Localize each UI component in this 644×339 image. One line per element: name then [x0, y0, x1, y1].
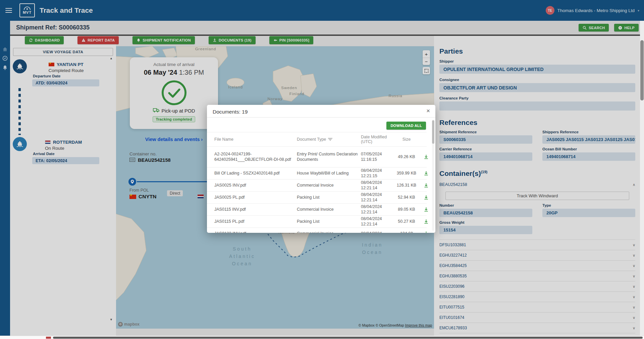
file-size: 50.27 KB: [396, 219, 417, 224]
page-vertical-scrollbar[interactable]: [640, 21, 644, 336]
download-icon[interactable]: [419, 219, 433, 224]
file-name[interactable]: JAS0123 INV.pdf: [214, 231, 295, 233]
download-icon[interactable]: [419, 171, 433, 176]
documents-table: File Name Document Type Date Modified (U…: [207, 132, 427, 233]
scrollbar-thumb[interactable]: [53, 337, 643, 339]
document-type: Packing List: [297, 219, 359, 224]
date-modified: 08/04/2024 12:21:14: [361, 180, 394, 191]
file-size: 49.26 KB: [396, 154, 417, 160]
file-size: 359.99 KB: [396, 171, 417, 176]
table-row: JAS0115 INV.pdf Commercial Invoice 08/04…: [207, 204, 427, 216]
col-file-name[interactable]: File Name: [214, 137, 295, 142]
document-type: Commercial Invoice: [297, 231, 359, 233]
file-size: 124.69: [396, 231, 417, 233]
scrollbar-marker: [46, 337, 51, 339]
file-name[interactable]: A2-2024-00247199-6424025941___OBJECTFLOR…: [214, 152, 295, 162]
download-icon[interactable]: [419, 183, 433, 188]
file-size: 89.05 KB: [396, 207, 417, 212]
page-horizontal-scrollbar[interactable]: [0, 336, 644, 339]
col-size[interactable]: Size: [396, 137, 417, 142]
table-row: JAS0123 INV.pdf Commercial Invoice 08/04…: [207, 228, 427, 233]
document-type: House Waybill/Bill of Lading: [297, 171, 359, 176]
file-name[interactable]: JAS0115 PL.pdf: [214, 219, 295, 224]
table-header-row: File Name Document Type Date Modified (U…: [207, 132, 427, 147]
download-icon[interactable]: [419, 154, 433, 159]
divider: [207, 117, 435, 118]
table-row: JAS0025 INV.pdf Commercial Invoice 08/04…: [207, 180, 427, 192]
file-size: 52.94 KB: [396, 195, 417, 200]
download-icon[interactable]: [419, 207, 433, 212]
file-name[interactable]: JAS0025 INV.pdf: [214, 183, 295, 188]
col-date-modified[interactable]: Date Modified (UTC): [361, 135, 394, 144]
file-name[interactable]: Bill Of Lading - SSZX24020148.pdf: [214, 171, 295, 176]
date-modified: 08/04/2024: [361, 231, 394, 233]
document-type: Commercial Invoice: [297, 183, 359, 188]
col-document-type[interactable]: Document Type: [297, 137, 359, 142]
close-icon[interactable]: ×: [426, 108, 430, 114]
modal-title: Documents: 19: [213, 109, 248, 115]
document-type: Packing List: [297, 195, 359, 200]
table-row: A2-2024-00247199-6424025941___OBJECTFLOR…: [207, 147, 427, 167]
file-size: 126.31 KB: [396, 183, 417, 188]
download-icon[interactable]: [419, 195, 433, 200]
download-icon[interactable]: [419, 231, 433, 233]
document-type: Entry Print/ Customs Declaration Documen…: [297, 152, 359, 162]
date-modified: 08/04/2024 12:21:14: [361, 204, 394, 215]
scrollbar-thumb[interactable]: [640, 40, 644, 100]
date-modified: 08/04/2024 12:21:14: [361, 216, 394, 227]
documents-modal: Documents: 19 × DOWNLOAD ALL File Name D…: [207, 105, 435, 233]
table-row: JAS0025 PL.pdf Packing List 08/04/2024 1…: [207, 192, 427, 204]
filter-icon[interactable]: [328, 137, 332, 142]
file-name[interactable]: JAS0115 INV.pdf: [214, 207, 295, 212]
modal-scrollbar[interactable]: [432, 120, 434, 231]
file-name[interactable]: JAS0025 PL.pdf: [214, 195, 295, 200]
table-row: JAS0115 PL.pdf Packing List 08/04/2024 1…: [207, 216, 427, 228]
document-type: Commercial Invoice: [297, 207, 359, 212]
date-modified: 08/04/2024 12:21:15: [361, 168, 394, 179]
track-and-trace-app: MVT Track and Trace TE Thomas Edwards - …: [0, 0, 644, 339]
table-row: Bill Of Lading - SSZX24020148.pdf House …: [207, 167, 427, 180]
date-modified: 07/05/2024 11:16:15: [361, 152, 394, 162]
date-modified: 08/04/2024 12:21:14: [361, 192, 394, 203]
download-all-button[interactable]: DOWNLOAD ALL: [386, 122, 426, 130]
